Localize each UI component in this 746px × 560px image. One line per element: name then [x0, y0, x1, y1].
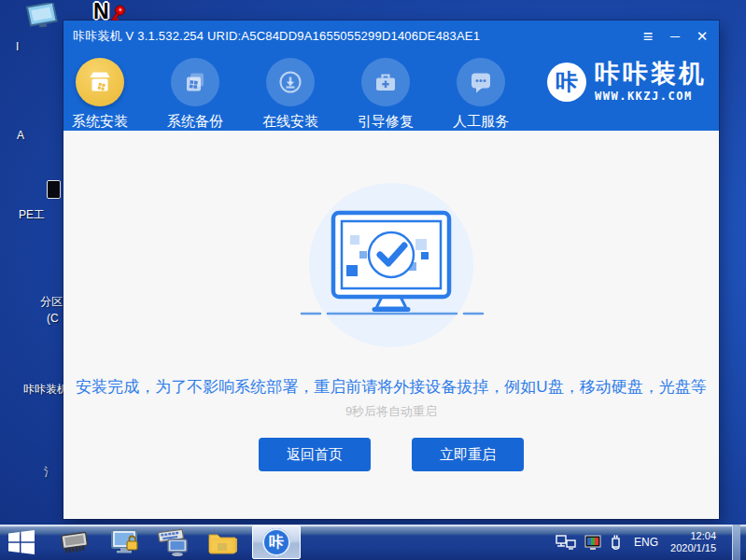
network-icon[interactable]	[556, 535, 576, 550]
main-content: 安装完成，为了不影响系统部署，重启前请将外接设备拔掉，例如U盘，移动硬盘，光盘等…	[63, 131, 719, 519]
desktop-label-fragment: 氵	[44, 467, 55, 478]
desktop-label-fragment: I	[16, 41, 19, 52]
start-button[interactable]	[0, 525, 43, 560]
taskbar-kaka-app-active[interactable]: 咔	[252, 525, 301, 559]
restart-now-button[interactable]: 立即重启	[412, 438, 524, 471]
nav-label: 系统安装	[72, 113, 128, 131]
taskbar-chip-app[interactable]	[54, 525, 95, 560]
desktop-label-fragment: (C	[47, 313, 59, 324]
desktop-label-fragment: 咔咔装机	[23, 384, 68, 395]
home-button[interactable]: 返回首页	[259, 438, 371, 471]
kaka-installer-window: 咔咔装机 V 3.1.532.254 URID:A5C84DD9A1655055…	[63, 21, 719, 519]
nav-item-boot-repair[interactable]: 引导修复	[353, 58, 418, 131]
taskbar-remote-app[interactable]	[105, 525, 146, 560]
nav-item-human-service[interactable]: 人工服务	[448, 58, 514, 131]
close-icon[interactable]: ✕	[695, 29, 710, 43]
nav-item-system-install[interactable]: 系统安装	[67, 58, 133, 131]
install-complete-illustration	[279, 177, 503, 353]
minimize-icon[interactable]: ─	[668, 30, 683, 43]
desktop-label-fragment: 分区	[40, 296, 63, 307]
clock-time: 12:04	[670, 530, 716, 542]
navbar: 系统安装 系统备份	[63, 51, 719, 131]
install-box-icon	[76, 58, 124, 106]
logo-name: 咔咔装机	[595, 62, 707, 87]
clock-date: 2020/1/15	[670, 542, 716, 554]
nav-label: 系统备份	[167, 113, 223, 131]
desktop-label-fragment: PE工	[19, 209, 45, 220]
logo-badge-icon: 咔	[547, 63, 586, 102]
nav-label: 引导修复	[358, 113, 414, 131]
keyboard-monitor-icon	[157, 528, 190, 556]
memory-chip-icon	[60, 530, 90, 554]
windows-logo-icon	[8, 530, 35, 554]
download-icon	[266, 58, 315, 106]
show-desktop-button[interactable]	[732, 525, 740, 560]
completion-message: 安装完成，为了不影响系统部署，重启前请将外接设备拔掉，例如U盘，移动硬盘，光盘等	[76, 377, 706, 397]
nav-label: 在线安装	[262, 113, 318, 131]
taskbar-explorer-app[interactable]	[202, 525, 243, 560]
backup-icon	[171, 58, 219, 106]
my-computer-icon[interactable]	[25, 3, 59, 29]
window-title: 咔咔装机 V 3.1.532.254 URID:A5C84DD9A1655055…	[73, 28, 480, 45]
system-tray: ENG 12:04 2020/1/15	[556, 525, 746, 560]
display-color-icon[interactable]	[584, 535, 601, 550]
taskbar-osk-app[interactable]	[153, 525, 194, 560]
language-indicator[interactable]: ENG	[634, 536, 658, 549]
kaka-badge-icon: 咔	[262, 528, 290, 556]
monitor-lock-icon	[109, 528, 141, 556]
desktop: N I A PE工 分区 (C 咔咔装机 氵 咔咔装机 V 3.1.532.25…	[0, 0, 746, 560]
auto-restart-countdown: 9秒后将自动重启	[345, 403, 437, 420]
titlebar[interactable]: 咔咔装机 V 3.1.532.254 URID:A5C84DD9A1655055…	[63, 21, 719, 51]
toolbox-icon	[361, 58, 410, 106]
clock[interactable]: 12:04 2020/1/15	[670, 530, 722, 554]
menu-icon[interactable]: ≡	[640, 28, 655, 45]
brand-logo: 咔 咔咔装机 WWW.KKZJ.COM	[547, 62, 707, 103]
nav-item-system-backup[interactable]: 系统备份	[162, 58, 228, 131]
nav-label: 人工服务	[453, 113, 509, 131]
desktop-label-fragment: A	[17, 130, 24, 141]
chat-bubble-icon	[457, 58, 505, 106]
taskbar: 咔 ENG	[0, 525, 746, 560]
logo-site: WWW.KKZJ.COM	[595, 90, 707, 103]
nav-item-online-install[interactable]: 在线安装	[258, 58, 323, 131]
desktop-icon-partial[interactable]	[47, 180, 61, 199]
folder-icon	[207, 530, 237, 554]
usb-icon[interactable]	[610, 534, 622, 551]
